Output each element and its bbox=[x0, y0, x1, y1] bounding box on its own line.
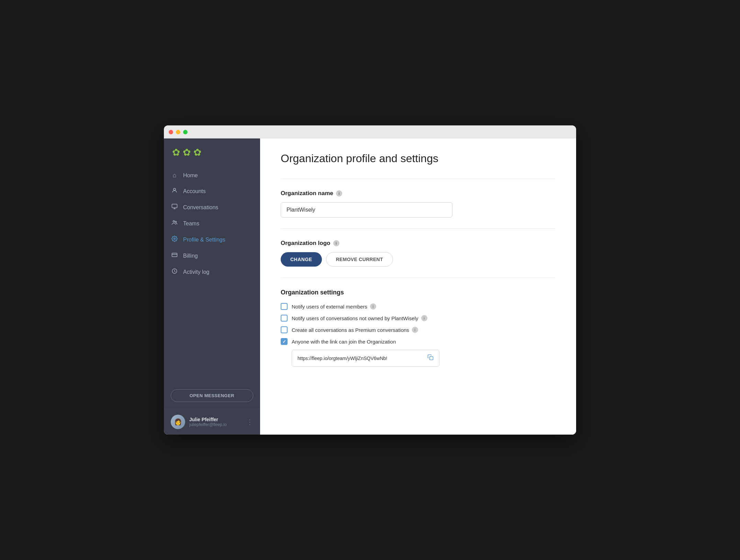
sidebar-item-teams-label: Teams bbox=[183, 221, 199, 227]
premium-conversations-label: Create all conversations as Premium conv… bbox=[292, 327, 418, 333]
join-link-box: https://fleep.io/orgteam/yWljiZnSQV6wNb! bbox=[292, 350, 439, 367]
sidebar-user: 👩 Julie Pfeiffer juliepfeiffer@fleep.io … bbox=[164, 409, 260, 435]
org-logo-info-icon[interactable]: i bbox=[333, 240, 339, 246]
org-name-label: Organization name i bbox=[281, 190, 556, 197]
sidebar: ✿ ✿ ✿ ⌂ Home Accounts bbox=[164, 138, 260, 435]
teams-icon bbox=[171, 220, 178, 227]
sidebar-item-profile-settings-label: Profile & Settings bbox=[183, 237, 225, 243]
svg-point-4 bbox=[174, 238, 176, 240]
window-body: ✿ ✿ ✿ ⌂ Home Accounts bbox=[164, 138, 576, 435]
avatar-image: 👩 bbox=[171, 415, 185, 429]
svg-rect-1 bbox=[172, 204, 177, 208]
sidebar-item-teams[interactable]: Teams bbox=[164, 215, 260, 232]
home-icon: ⌂ bbox=[171, 172, 178, 179]
svg-point-0 bbox=[173, 188, 176, 190]
sidebar-item-accounts[interactable]: Accounts bbox=[164, 183, 260, 199]
premium-conversations-info-icon[interactable]: i bbox=[412, 327, 418, 333]
anyone-join-checkbox[interactable] bbox=[281, 338, 288, 345]
svg-rect-5 bbox=[172, 253, 177, 257]
close-button[interactable] bbox=[169, 130, 173, 134]
org-name-info-icon[interactable]: i bbox=[336, 190, 342, 197]
activity-log-icon bbox=[171, 268, 178, 276]
premium-conversations-checkbox[interactable] bbox=[281, 326, 288, 333]
org-settings-label: Organization settings bbox=[281, 289, 556, 296]
logo-flower-2: ✿ bbox=[183, 147, 191, 158]
title-bar bbox=[164, 125, 576, 138]
logo-flower-1: ✿ bbox=[172, 147, 180, 158]
sidebar-item-home-label: Home bbox=[183, 172, 198, 179]
org-logo-label: Organization logo i bbox=[281, 240, 556, 247]
notify-conversations-label: Notify users of conversations not owned … bbox=[292, 315, 427, 321]
minimize-button[interactable] bbox=[176, 130, 180, 134]
app-window: ✿ ✿ ✿ ⌂ Home Accounts bbox=[164, 125, 576, 435]
sidebar-item-billing-label: Billing bbox=[183, 253, 198, 259]
notify-conversations-info-icon[interactable]: i bbox=[421, 315, 427, 321]
checkbox-item-anyone-join: Anyone with the link can join the Organi… bbox=[281, 338, 556, 345]
sidebar-item-profile-settings[interactable]: Profile & Settings bbox=[164, 232, 260, 248]
avatar: 👩 bbox=[171, 415, 185, 429]
user-more-button[interactable]: ⋮ bbox=[246, 418, 253, 426]
svg-point-2 bbox=[173, 221, 175, 222]
change-logo-button[interactable]: CHANGE bbox=[281, 252, 322, 267]
billing-icon bbox=[171, 252, 178, 260]
org-name-input[interactable] bbox=[281, 202, 452, 217]
notify-conversations-checkbox[interactable] bbox=[281, 315, 288, 322]
user-info: Julie Pfeiffer juliepfeiffer@fleep.io bbox=[189, 417, 242, 427]
main-content: Organization profile and settings Organi… bbox=[260, 138, 576, 435]
notify-external-label: Notify users of external members i bbox=[292, 303, 376, 310]
sidebar-item-conversations[interactable]: Conversations bbox=[164, 199, 260, 215]
maximize-button[interactable] bbox=[183, 130, 188, 134]
sidebar-nav: ⌂ Home Accounts bbox=[164, 165, 260, 384]
remove-logo-button[interactable]: REMOVE CURRENT bbox=[326, 252, 393, 267]
user-email: juliepfeiffer@fleep.io bbox=[189, 422, 242, 427]
logo-button-group: CHANGE REMOVE CURRENT bbox=[281, 252, 556, 267]
sidebar-logo: ✿ ✿ ✿ bbox=[164, 138, 260, 165]
conversations-icon bbox=[171, 203, 178, 211]
svg-rect-8 bbox=[430, 357, 433, 360]
checkbox-item-premium-conversations: Create all conversations as Premium conv… bbox=[281, 326, 556, 333]
sidebar-item-accounts-label: Accounts bbox=[183, 188, 206, 194]
accounts-icon bbox=[171, 187, 178, 195]
page-title: Organization profile and settings bbox=[281, 152, 556, 165]
sidebar-item-activity-log-label: Activity log bbox=[183, 269, 209, 275]
open-messenger-button[interactable]: OPEN MESSENGER bbox=[171, 389, 253, 402]
settings-icon bbox=[171, 236, 178, 244]
org-settings-section: Organization settings Notify users of ex… bbox=[281, 278, 556, 378]
svg-point-3 bbox=[175, 221, 177, 223]
sidebar-item-activity-log[interactable]: Activity log bbox=[164, 264, 260, 280]
anyone-join-label: Anyone with the link can join the Organi… bbox=[292, 339, 396, 345]
sidebar-item-home[interactable]: ⌂ Home bbox=[164, 168, 260, 183]
sidebar-item-billing[interactable]: Billing bbox=[164, 248, 260, 264]
org-name-section: Organization name i bbox=[281, 179, 556, 228]
checkbox-item-notify-external: Notify users of external members i bbox=[281, 303, 556, 310]
copy-link-icon[interactable] bbox=[427, 354, 434, 362]
join-link-text: https://fleep.io/orgteam/yWljiZnSQV6wNb! bbox=[298, 356, 425, 361]
org-logo-section: Organization logo i CHANGE REMOVE CURREN… bbox=[281, 228, 556, 278]
checkbox-item-notify-conversations: Notify users of conversations not owned … bbox=[281, 315, 556, 322]
notify-external-checkbox[interactable] bbox=[281, 303, 288, 310]
user-name: Julie Pfeiffer bbox=[189, 417, 242, 422]
notify-external-info-icon[interactable]: i bbox=[370, 303, 376, 310]
sidebar-item-conversations-label: Conversations bbox=[183, 204, 218, 211]
logo-flower-3: ✿ bbox=[193, 147, 201, 158]
